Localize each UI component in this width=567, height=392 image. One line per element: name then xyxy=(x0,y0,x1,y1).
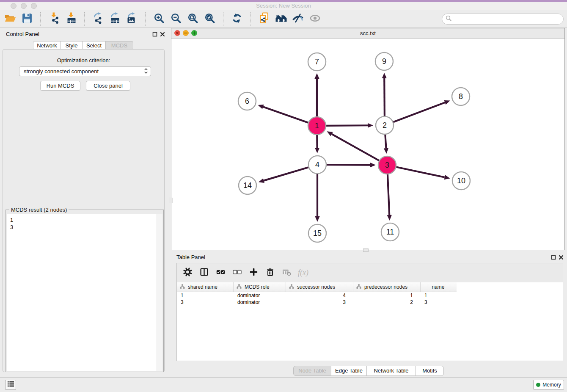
graph-node-2[interactable]: 2 xyxy=(376,116,394,134)
graph-edge-1-4[interactable] xyxy=(315,135,319,153)
table-rows: 1dominator4113dominator323 xyxy=(177,292,563,306)
open-session-button[interactable] xyxy=(4,13,16,25)
table-row[interactable]: 1dominator411 xyxy=(177,292,563,299)
save-session-button[interactable] xyxy=(21,13,33,25)
zoom-out-button[interactable] xyxy=(170,13,182,25)
toolbar-icons xyxy=(0,12,321,26)
network-close-button[interactable] xyxy=(174,30,180,36)
show-panels-icon xyxy=(309,13,321,25)
control-panel-float-button[interactable] xyxy=(152,31,158,37)
graph-edge-4-14[interactable] xyxy=(259,167,308,183)
graph-node-9[interactable]: 9 xyxy=(375,52,393,70)
graph-node-7[interactable]: 7 xyxy=(308,53,326,71)
cell-name[interactable]: 1 xyxy=(421,292,456,299)
graph-node-10[interactable]: 10 xyxy=(452,172,470,190)
add-column-button[interactable] xyxy=(248,268,259,278)
export-image-icon xyxy=(127,12,138,25)
gear-button[interactable] xyxy=(182,268,193,278)
column-resize-button[interactable] xyxy=(199,268,209,278)
delete-column-button[interactable] xyxy=(265,268,275,278)
import-table-icon xyxy=(66,12,77,25)
home-button[interactable] xyxy=(275,13,287,25)
network-zoom-button[interactable] xyxy=(191,30,197,36)
graph-node-6[interactable]: 6 xyxy=(238,92,256,110)
table-panel: Table Panel f(x) shared nameMCDS rolesuc… xyxy=(171,251,567,377)
table-panel-float-button[interactable] xyxy=(550,254,556,260)
column-header-successor-nodes[interactable]: successor nodes xyxy=(286,282,353,292)
hide-panels-button[interactable] xyxy=(292,13,304,25)
tab-network-table[interactable]: Network Table xyxy=(366,366,416,376)
graph-edge-4-3[interactable] xyxy=(327,163,376,167)
cell-predecessor-nodes[interactable]: 2 xyxy=(353,299,421,306)
tab-mcds[interactable]: MCDS xyxy=(105,41,133,50)
network-minimize-button[interactable] xyxy=(183,30,189,36)
vertical-splitter-handle[interactable] xyxy=(169,198,173,203)
criterion-dropdown[interactable]: strongly connected component xyxy=(19,66,151,76)
column-header-MCDS-role[interactable]: MCDS role xyxy=(234,282,286,292)
graph-node-1[interactable]: 1 xyxy=(308,117,326,135)
graph-node-15[interactable]: 15 xyxy=(308,224,326,242)
graph-edge-1-6[interactable] xyxy=(258,105,308,123)
column-header-shared-name[interactable]: shared name xyxy=(177,282,234,292)
control-panel-close-button[interactable] xyxy=(160,31,165,37)
close-panel-button[interactable]: Close panel xyxy=(86,81,130,91)
export-image-button[interactable] xyxy=(126,13,138,25)
refresh-button[interactable] xyxy=(231,13,243,25)
cell-successor-nodes[interactable]: 3 xyxy=(286,299,353,306)
unselect-all-button[interactable] xyxy=(232,268,242,278)
zoom-fit-button[interactable] xyxy=(187,13,199,25)
cell-MCDS-role[interactable]: dominator xyxy=(234,299,286,306)
cell-predecessor-nodes[interactable]: 1 xyxy=(353,292,421,299)
graph-edge-3-1[interactable] xyxy=(327,131,379,160)
table-panel-close-button[interactable] xyxy=(558,254,564,260)
show-panels-button[interactable] xyxy=(309,13,321,25)
svg-text:9: 9 xyxy=(382,57,386,66)
network-graph-canvas[interactable]: 7968124314101511 xyxy=(171,38,564,250)
export-table-button[interactable] xyxy=(109,13,121,25)
zoom-in-button[interactable] xyxy=(153,13,165,25)
graph-edge-4-15[interactable] xyxy=(315,174,319,222)
import-table-button[interactable] xyxy=(65,13,77,25)
zoom-selected-button[interactable] xyxy=(204,13,216,25)
tab-node-table[interactable]: Node Table xyxy=(293,366,331,376)
graph-edge-3-10[interactable] xyxy=(396,167,450,180)
graph-node-3[interactable]: 3 xyxy=(378,156,396,174)
export-table-icon xyxy=(110,12,121,25)
result-scrollbar[interactable] xyxy=(157,214,162,371)
cell-MCDS-role[interactable]: dominator xyxy=(234,292,286,299)
import-network-button[interactable] xyxy=(48,13,60,25)
graph-edge-2-3[interactable] xyxy=(384,135,388,154)
cell-name[interactable]: 3 xyxy=(421,299,456,306)
tab-style[interactable]: Style xyxy=(61,41,83,50)
export-network-button[interactable] xyxy=(92,13,104,25)
memory-button[interactable]: Memory xyxy=(533,380,564,390)
graph-node-14[interactable]: 14 xyxy=(239,177,256,194)
cell-shared-name[interactable]: 3 xyxy=(177,299,234,306)
cell-shared-name[interactable]: 1 xyxy=(177,292,234,299)
task-history-button[interactable] xyxy=(5,380,16,390)
graph-node-4[interactable]: 4 xyxy=(308,156,326,174)
graph-edge-1-7[interactable] xyxy=(314,73,319,116)
svg-text:3: 3 xyxy=(385,161,389,169)
column-header-predecessor-nodes[interactable]: predecessor nodes xyxy=(353,282,421,292)
tab-select[interactable]: Select xyxy=(82,41,106,50)
graph-node-11[interactable]: 11 xyxy=(381,223,399,241)
graph-edge-2-9[interactable] xyxy=(382,73,387,116)
tab-network[interactable]: Network xyxy=(33,41,61,50)
mcds-result-area[interactable]: 13 xyxy=(7,214,162,371)
graph-edge-2-8[interactable] xyxy=(394,100,450,122)
tab-motifs[interactable]: Motifs xyxy=(416,366,444,376)
graph-edge-1-2[interactable] xyxy=(326,123,373,128)
run-mcds-button[interactable]: Run MCDS xyxy=(40,81,80,91)
main-toolbar xyxy=(0,10,567,28)
search-box[interactable] xyxy=(442,14,564,25)
search-input[interactable] xyxy=(454,15,560,22)
tab-edge-table[interactable]: Edge Table xyxy=(331,366,367,376)
graph-edge-3-11[interactable] xyxy=(387,174,392,221)
select-all-button[interactable] xyxy=(215,268,226,278)
graph-node-8[interactable]: 8 xyxy=(452,88,470,105)
table-row[interactable]: 3dominator323 xyxy=(177,299,563,306)
clone-network-button[interactable] xyxy=(258,13,270,25)
column-header-name[interactable]: name xyxy=(421,282,456,292)
cell-successor-nodes[interactable]: 4 xyxy=(286,292,353,299)
